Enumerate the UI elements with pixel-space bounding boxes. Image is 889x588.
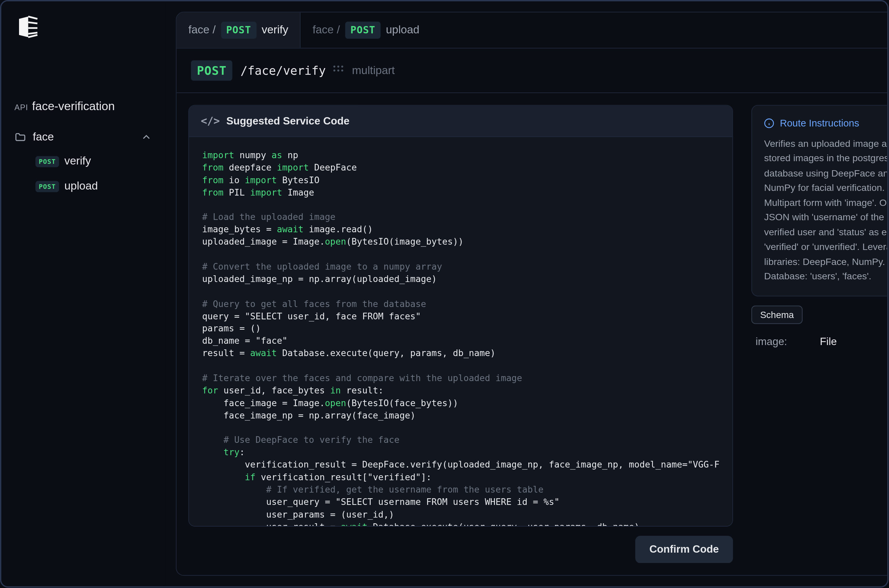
route-content-type: multipart bbox=[352, 64, 395, 77]
instructions-title: Route Instructions bbox=[780, 117, 859, 129]
app-logo-icon bbox=[14, 13, 42, 41]
tab-label: upload bbox=[386, 24, 420, 37]
tabs-bar: face / POST verify face / POST upload bbox=[177, 12, 889, 48]
tab-upload[interactable]: face / POST upload bbox=[301, 12, 432, 48]
tab-crumb: face / bbox=[188, 24, 216, 37]
method-badge: POST bbox=[35, 156, 59, 167]
schema-label[interactable]: Schema bbox=[752, 305, 803, 324]
api-header: API face-verification bbox=[14, 100, 152, 114]
code-panel-title: Suggested Service Code bbox=[226, 115, 350, 127]
folder-icon bbox=[14, 131, 26, 143]
schema-value: File bbox=[820, 335, 837, 347]
chevron-up-icon bbox=[141, 131, 152, 143]
method-badge: POST bbox=[221, 22, 256, 39]
instructions-body: Verifies an uploaded image against store… bbox=[764, 136, 889, 284]
sidebar-folder-face[interactable]: face bbox=[14, 125, 152, 149]
api-name: face-verification bbox=[32, 100, 115, 114]
sidebar-item-upload[interactable]: POST upload bbox=[35, 174, 152, 199]
method-badge: POST bbox=[345, 22, 381, 39]
schema-row: image: File bbox=[752, 333, 889, 350]
tab-crumb: face / bbox=[313, 24, 340, 37]
sidebar-item-verify[interactable]: POST verify bbox=[35, 149, 152, 174]
instructions-title-row: Route Instructions bbox=[764, 117, 889, 129]
schema-key: image: bbox=[755, 335, 787, 347]
sidebar-item-label: verify bbox=[65, 155, 91, 168]
main-panel-wrapper: face / POST verify face / POST upload PO… bbox=[165, 2, 888, 586]
tab-verify[interactable]: face / POST verify bbox=[177, 12, 301, 48]
code-panel-header: </> Suggested Service Code bbox=[189, 105, 733, 137]
code-body[interactable]: import numpy as np from deepface import … bbox=[189, 137, 733, 526]
confirm-code-button[interactable]: Confirm Code bbox=[635, 536, 733, 563]
tab-label: verify bbox=[262, 24, 288, 37]
method-badge: POST bbox=[35, 180, 59, 192]
svg-point-0 bbox=[765, 118, 774, 127]
folder-label: face bbox=[33, 130, 54, 144]
api-prefix-label: API bbox=[14, 103, 28, 112]
drag-handle-icon[interactable] bbox=[334, 65, 344, 76]
sidebar-item-label: upload bbox=[65, 180, 98, 192]
info-icon bbox=[764, 118, 775, 128]
method-badge: POST bbox=[191, 60, 233, 81]
route-path: /face/verify bbox=[241, 64, 326, 77]
code-panel: </> Suggested Service Code import numpy … bbox=[188, 105, 733, 526]
sidebar: API face-verification face POST verify P… bbox=[2, 2, 165, 586]
code-icon: </> bbox=[201, 115, 220, 127]
route-header: POST /face/verify multipart bbox=[177, 48, 889, 93]
route-instructions-panel: Route Instructions Verifies an uploaded … bbox=[752, 105, 889, 296]
